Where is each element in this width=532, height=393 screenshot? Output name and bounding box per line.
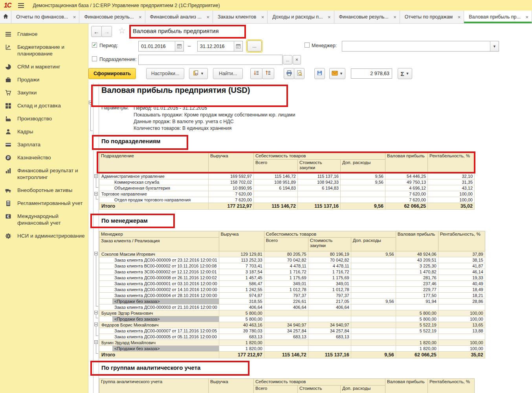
cell-value[interactable]: 406,64	[264, 304, 308, 310]
cell-value[interactable]	[351, 269, 396, 275]
cell-value[interactable]	[264, 316, 308, 322]
cell-value[interactable]: 28,86	[438, 299, 485, 304]
cell-value[interactable]: 1 175,69	[308, 275, 351, 281]
cell-value[interactable]	[308, 340, 351, 346]
cell-value[interactable]	[264, 340, 308, 346]
cell-value[interactable]: 41,87	[438, 263, 485, 269]
table-row[interactable]: Заказ клиента ДС00-000007 от 17.11.2016 …	[99, 328, 485, 334]
cell-value[interactable]: 38,15	[438, 257, 485, 263]
cell-value[interactable]	[438, 334, 485, 340]
tab-close-icon[interactable]: ×	[73, 14, 76, 20]
cell-value[interactable]	[351, 328, 396, 334]
table-row[interactable]: Коммерческая служба158 702,02108 951,891…	[99, 179, 475, 185]
cell-value[interactable]: 113 252,33	[219, 257, 264, 263]
tab-3[interactable]: Финансовый анализ ...×	[145, 11, 213, 23]
cell-value[interactable]: 35,02	[438, 352, 485, 358]
calendar-icon[interactable]	[175, 41, 183, 51]
cell-value[interactable]: 43 209,51	[396, 257, 438, 263]
cell-value[interactable]: 7 620,00	[385, 191, 428, 197]
table-row[interactable]: Заказ клиента ДС00-000003 от 21.10.2016 …	[99, 304, 485, 310]
table-row[interactable]: <Продажи без заказа>318,55226,61217,059,…	[99, 299, 485, 304]
sidebar-item[interactable]: Главное	[0, 28, 88, 41]
tab-2[interactable]: Финансовые резуль...×	[79, 11, 145, 23]
cell-value[interactable]: 7 620,00	[209, 197, 254, 203]
tab-close-icon[interactable]: ×	[525, 14, 528, 20]
tab-5[interactable]: Доходы и расходы п...×	[268, 11, 334, 23]
table-row[interactable]: Итого177 212,97115 146,72115 137,169,566…	[99, 203, 475, 210]
table-row[interactable]: Заказ клиента ДС00-000002 от 14.10.2016 …	[99, 287, 485, 293]
collapse-group-button[interactable]	[94, 311, 98, 314]
cell-value[interactable]	[298, 197, 341, 203]
cell-value[interactable]: 100,00	[438, 310, 485, 316]
collapse-group-button[interactable]	[94, 192, 98, 196]
table-row[interactable]: Отдел продаж торгового направления7 620,…	[99, 197, 475, 203]
cell-value[interactable]: 13,65	[438, 322, 485, 328]
cell-value[interactable]: 177 212,97	[209, 203, 254, 210]
tab-7[interactable]: Отчеты по продажам×	[400, 11, 464, 23]
table-row[interactable]: Бунин Эдуард Михайлович1 820,001 820,001…	[99, 340, 485, 346]
sidebar-item[interactable]: Производство	[0, 112, 88, 125]
cell-value[interactable]: 34 257,84	[264, 328, 308, 334]
generate-report-button[interactable]: Сформировать	[88, 68, 136, 79]
calendar-icon[interactable]	[234, 41, 242, 51]
sidebar-item[interactable]: CRM и маркетинг	[0, 60, 88, 73]
cell-value[interactable]: 34 940,97	[308, 322, 351, 328]
cell-value[interactable]: 281,76	[396, 275, 438, 281]
cell-value[interactable]: 70 042,82	[308, 257, 351, 263]
home-tab[interactable]	[0, 11, 11, 23]
table-row[interactable]: <Продажи без заказа>5 800,005 800,00100,…	[99, 316, 485, 322]
cell-value[interactable]	[351, 322, 396, 328]
cell-value[interactable]: 1 820,00	[219, 346, 264, 352]
table-row[interactable]: Заказ клиента ЗС00-000002 от 12.12.2016 …	[99, 269, 485, 275]
cell-value[interactable]: 13,88	[438, 328, 485, 334]
cell-value[interactable]: 48 924,06	[396, 251, 438, 257]
sidebar-item[interactable]: Кадры	[0, 125, 88, 138]
cell-value[interactable]: 115 146,72	[264, 352, 308, 358]
cell-value[interactable]: 406,64	[308, 304, 351, 310]
cell-value[interactable]: 1 242,55	[219, 287, 264, 293]
cell-value[interactable]: 5 522,19	[396, 322, 438, 328]
cell-value[interactable]	[341, 197, 385, 203]
table-row[interactable]: Заказ клиента ДС00-000008 от 26.11.2016 …	[99, 275, 485, 281]
sidebar-item[interactable]: ₽Казначейство	[0, 151, 88, 164]
cell-value[interactable]: 115 146,72	[254, 173, 298, 179]
cell-value[interactable]: 177,50	[396, 293, 438, 299]
cell-value[interactable]	[351, 263, 396, 269]
cell-value[interactable]	[264, 346, 308, 352]
forward-button[interactable]: →	[101, 26, 112, 37]
cell-value[interactable]: 5 800,00	[219, 316, 264, 322]
cell-value[interactable]: 100,00	[428, 197, 475, 203]
cell-value[interactable]: 4 696,12	[385, 185, 428, 191]
cell-value[interactable]	[254, 197, 298, 203]
cell-value[interactable]: 4 478,11	[264, 263, 308, 269]
sidebar-item[interactable]: Бюджетирование и планирование	[0, 41, 88, 60]
cell-value[interactable]: 40 463,16	[219, 322, 264, 328]
cell-value[interactable]	[298, 191, 341, 197]
cell-value[interactable]	[351, 316, 396, 322]
cell-value[interactable]	[351, 334, 396, 340]
sum-field[interactable]: 2 978,63	[351, 68, 392, 79]
table-row[interactable]: Заказ клиента ДС00-000009 от 23.12.2016 …	[99, 257, 485, 263]
cell-value[interactable]: 7 703,41	[219, 263, 264, 269]
cell-value[interactable]	[438, 304, 485, 310]
cell-value[interactable]: 34 940,97	[264, 322, 308, 328]
cell-value[interactable]	[351, 304, 396, 310]
cell-value[interactable]: 974,87	[219, 293, 264, 299]
cell-value[interactable]: 1 820,00	[396, 340, 438, 346]
cell-value[interactable]	[341, 191, 385, 197]
cell-value[interactable]: 18,21	[438, 293, 485, 299]
table-row[interactable]: Административное управление169 592,97115…	[99, 173, 475, 179]
favorite-star-icon[interactable]: ☆	[118, 26, 126, 35]
table-row[interactable]: Бушуев Эдгар Романович5 800,005 800,0010…	[99, 310, 485, 316]
sidebar-item[interactable]: Закупки	[0, 86, 88, 99]
collapse-group-button[interactable]	[89, 101, 92, 104]
cell-value[interactable]: 100,00	[428, 191, 475, 197]
cell-value[interactable]: 115 146,72	[254, 203, 298, 210]
cell-value[interactable]: 80 196,19	[308, 251, 351, 257]
cell-value[interactable]: 683,13	[308, 334, 351, 340]
sidebar-item[interactable]: Финансовый результат и контроллинг	[0, 164, 88, 184]
table-row[interactable]: Торговое направление7 620,007 620,00100,…	[99, 191, 475, 197]
cell-value[interactable]: 797,37	[308, 293, 351, 299]
table-row[interactable]: Итого177 212,97115 146,72115 137,169,566…	[99, 352, 485, 358]
department-checkbox[interactable]	[92, 56, 97, 61]
